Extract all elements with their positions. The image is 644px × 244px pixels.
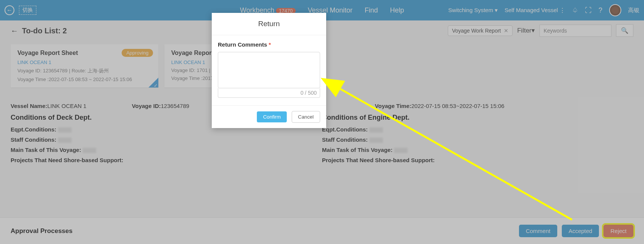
comments-label: Return Comments * xyxy=(218,41,271,48)
char-counter: 0 / 500 xyxy=(218,88,320,98)
comments-textarea[interactable] xyxy=(218,52,320,88)
modal-title: Return xyxy=(212,13,326,35)
confirm-button[interactable]: Confirm xyxy=(257,111,287,122)
cancel-button[interactable]: Cancel xyxy=(292,111,320,123)
return-modal: Return Return Comments * 0 / 500 Confirm… xyxy=(212,13,326,128)
